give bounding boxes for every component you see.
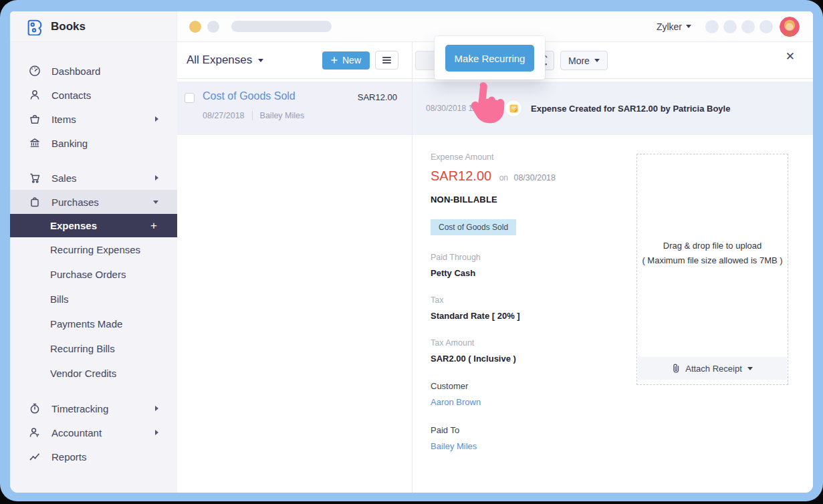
sidebar-item-label: Contacts — [51, 90, 91, 101]
topbar-decoration — [189, 21, 332, 33]
attach-receipt-button[interactable]: Attach Receipt — [638, 357, 787, 380]
brand-logo-area[interactable]: Books — [10, 11, 177, 41]
expense-date-value: 08/30/2018 — [513, 173, 556, 182]
user-avatar[interactable] — [780, 17, 800, 37]
sidebar-item-purchase-orders[interactable]: Purchase Orders — [10, 262, 177, 287]
sidebar-item-label: Sales — [51, 172, 77, 184]
chevron-right-icon — [155, 116, 158, 122]
expense-list-item[interactable]: Cost of Goods Sold SAR12.00 08/27/2018 B… — [177, 82, 412, 135]
expense-filter-dropdown[interactable]: All Expenses — [187, 53, 263, 67]
sidebar-item-recurring-expenses[interactable]: Recurring Expenses — [10, 237, 177, 262]
sidebar-item-sales[interactable]: Sales — [10, 166, 177, 190]
sidebar-item-label: Banking — [51, 138, 88, 149]
add-expense-plus-icon[interactable]: + — [150, 220, 157, 231]
row-checkbox[interactable] — [185, 93, 195, 103]
history-timestamp: 08/30/2018 11:27 — [426, 104, 505, 113]
customer-field: Customer Aaron Brown — [431, 381, 813, 408]
sidebar-item-banking[interactable]: Banking — [10, 131, 177, 155]
make-recurring-popup: Make Recurring — [435, 36, 545, 80]
reports-icon — [28, 451, 41, 463]
expense-amount-value: SAR12.00 — [431, 168, 491, 183]
sidebar-item-recurring-bills[interactable]: Recurring Bills — [10, 336, 177, 361]
category-tag: Cost of Goods Sold — [431, 219, 516, 235]
chevron-down-icon — [686, 25, 691, 28]
sidebar-item-items[interactable]: Items — [10, 107, 177, 131]
chevron-right-icon — [155, 406, 158, 411]
yellow-dot — [189, 21, 201, 33]
topbar-right: Zylker — [657, 17, 813, 37]
topbar-icon-placeholder — [723, 20, 737, 33]
hamburger-icon — [382, 59, 391, 61]
sidebar-item-expenses-selected[interactable]: Expenses + — [10, 214, 177, 237]
sidebar-item-payments-made[interactable]: Payments Made — [10, 311, 177, 336]
receipt-upload-dropzone[interactable]: Drag & drop file to upload ( Maximum fil… — [636, 154, 788, 385]
items-icon — [28, 113, 41, 125]
sidebar-item-timetracking[interactable]: Timetracking — [10, 396, 177, 420]
paperclip-icon — [672, 363, 680, 374]
main-area: Dashboard Contacts Items Banking — [10, 42, 813, 493]
chevron-right-icon — [155, 430, 158, 435]
upload-instructions: Drag & drop file to upload ( Maximum fil… — [637, 239, 788, 268]
sidebar-item-reports[interactable]: Reports — [10, 445, 177, 469]
sidebar-item-dashboard[interactable]: Dashboard — [10, 59, 177, 83]
chevron-down-icon — [258, 59, 263, 62]
banking-icon — [28, 137, 41, 149]
sidebar-item-purchases[interactable]: Purchases — [10, 190, 177, 214]
note-icon — [505, 100, 522, 117]
sidebar-item-label: Expenses — [50, 220, 97, 231]
topbar-icon-placeholder — [759, 20, 773, 33]
accountant-icon — [28, 426, 41, 438]
sidebar-item-accountant[interactable]: Accountant — [10, 420, 177, 445]
expense-list-column: All Expenses New Co — [177, 42, 413, 493]
purchases-icon — [28, 196, 41, 208]
books-app: Books Zylker — [10, 11, 813, 493]
expense-title-link[interactable]: Cost of Goods Sold — [203, 90, 296, 102]
brand-label: Books — [51, 20, 86, 33]
expense-subline: 08/27/2018 Bailey Miles — [203, 111, 304, 120]
sidebar-item-label: Dashboard — [51, 66, 100, 77]
sidebar: Dashboard Contacts Items Banking — [10, 42, 177, 493]
sidebar-item-contacts[interactable]: Contacts — [10, 83, 177, 107]
paid-to-link[interactable]: Bailey Miles — [431, 441, 477, 451]
window-frame: Books Zylker — [0, 0, 823, 501]
topbar-icon-placeholder — [705, 20, 719, 33]
sidebar-item-label: Items — [51, 114, 76, 125]
org-selector[interactable]: Zylker — [657, 21, 691, 32]
content-area: All Expenses New Co — [177, 42, 813, 493]
make-recurring-button[interactable]: Make Recurring — [445, 45, 534, 72]
contacts-icon — [28, 89, 41, 101]
sidebar-item-label: Timetracking — [51, 403, 108, 414]
paid-to-field: Paid To Bailey Miles — [431, 425, 813, 452]
gray-dot — [207, 21, 219, 33]
list-view-toggle-button[interactable] — [375, 51, 398, 70]
customer-link[interactable]: Aaron Brown — [431, 397, 481, 407]
chevron-right-icon — [155, 175, 158, 180]
screenshot-stage: Books Zylker — [0, 0, 823, 504]
plus-icon — [331, 57, 338, 64]
chevron-down-icon — [747, 367, 753, 370]
dashboard-icon — [28, 65, 41, 77]
close-icon[interactable]: ✕ — [782, 50, 799, 63]
history-entry: 08/30/2018 11:27 Expense Created for SAR… — [413, 82, 813, 135]
sidebar-item-label: Purchases — [51, 197, 99, 208]
filter-label: All Expenses — [187, 53, 252, 67]
expense-detail-body: Expense Amount SAR12.00 on 08/30/2018 NO… — [413, 135, 813, 493]
topbar: Books Zylker — [10, 11, 813, 42]
chevron-down-icon — [153, 201, 158, 204]
list-toolbar: All Expenses New — [177, 42, 412, 79]
history-event-text: Expense Created for SAR12.00 by Patricia… — [531, 104, 730, 114]
sidebar-item-label: Reports — [51, 451, 87, 463]
timetracking-icon — [28, 402, 41, 414]
sales-icon — [28, 172, 41, 184]
sidebar-item-vendor-credits[interactable]: Vendor Credits — [10, 361, 177, 386]
search-bar-placeholder — [231, 21, 332, 32]
sidebar-item-bills[interactable]: Bills — [10, 287, 177, 311]
expense-contact: Bailey Miles — [252, 111, 305, 120]
expense-amount: SAR12.00 — [358, 92, 397, 102]
expense-date: 08/27/2018 — [203, 111, 245, 120]
org-name: Zylker — [657, 21, 682, 32]
more-button[interactable]: More — [560, 51, 608, 70]
new-expense-button[interactable]: New — [322, 51, 370, 70]
expense-detail-column: $ More ✕ 08/30/2018 11:27 Expense Create… — [413, 42, 813, 493]
books-logo-icon — [26, 17, 44, 35]
